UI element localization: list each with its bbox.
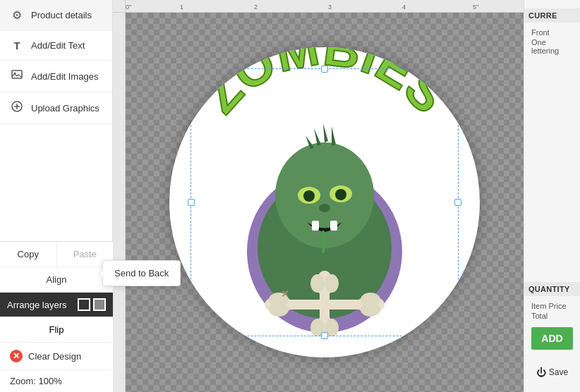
sidebar-item-label: Add/Edit Images bbox=[31, 71, 98, 82]
flip-button[interactable]: Flip bbox=[0, 317, 113, 343]
svg-text:✕: ✕ bbox=[281, 288, 289, 300]
gear-icon: ⚙ bbox=[10, 8, 24, 22]
svg-rect-18 bbox=[312, 221, 319, 231]
sidebar-item-label: Product details bbox=[31, 10, 92, 20]
svg-point-16 bbox=[335, 189, 346, 200]
layer-square-front[interactable] bbox=[93, 298, 106, 311]
ruler-marks: 0" 1 2 3 4 5" bbox=[113, 0, 524, 12]
svg-marker-9 bbox=[314, 128, 321, 146]
svg-point-31 bbox=[325, 274, 339, 293]
arrange-squares bbox=[78, 298, 106, 311]
copy-button[interactable]: Copy bbox=[0, 242, 57, 267]
item-price-label: Item Price bbox=[531, 302, 573, 310]
ruler-mark-0: 0" bbox=[126, 4, 131, 11]
upload-icon bbox=[10, 101, 24, 115]
ruler-top: 0" 1 2 3 4 5" bbox=[113, 0, 524, 13]
canvas-area[interactable]: ↺ 🗑 ZOMBIES bbox=[126, 13, 524, 392]
arrange-layers-button[interactable]: Arrange layers bbox=[0, 293, 113, 317]
svg-point-17 bbox=[319, 204, 330, 212]
zoom-row: Zoom: 100% bbox=[0, 370, 113, 392]
ruler-mark-1: 1 bbox=[180, 4, 183, 11]
align-button[interactable]: Align bbox=[0, 267, 113, 293]
sidebar-item-product-details[interactable]: ⚙ Product details bbox=[0, 0, 112, 31]
sidebar-item-upload-graphics[interactable]: Upload Graphics bbox=[0, 92, 112, 124]
svg-point-32 bbox=[310, 319, 325, 336]
layer-square-back[interactable] bbox=[78, 298, 90, 311]
handle-mid-right[interactable] bbox=[454, 199, 461, 206]
left-sidebar: ⚙ Product details T Add/Edit Text Add/Ed… bbox=[0, 0, 113, 392]
send-to-back-label: Send to Back bbox=[114, 268, 169, 278]
clear-design-label: Clear Design bbox=[28, 351, 81, 362]
total-label: Total bbox=[531, 312, 573, 320]
sidebar-item-label: Upload Graphics bbox=[31, 103, 99, 114]
clear-design-button[interactable]: ✕ Clear Design bbox=[0, 343, 113, 370]
quantity-section: Quantity Item Price Total ADD bbox=[531, 282, 573, 350]
ruler-left bbox=[113, 13, 126, 392]
zombie-character: ✕ bbox=[226, 111, 423, 336]
svg-point-30 bbox=[310, 274, 325, 293]
send-to-back-tooltip[interactable]: Send to Back bbox=[102, 260, 181, 286]
svg-rect-0 bbox=[12, 71, 22, 78]
svg-point-24 bbox=[269, 302, 289, 317]
zombie-content: ↺ 🗑 ZOMBIES bbox=[169, 47, 480, 357]
zoom-label: Zoom: 100% bbox=[10, 376, 62, 386]
svg-point-26 bbox=[361, 302, 380, 317]
design-circle: ↺ 🗑 ZOMBIES bbox=[169, 47, 480, 357]
right-panel: CURRE Front One lettering Quantity Item … bbox=[524, 0, 580, 392]
svg-rect-19 bbox=[330, 221, 337, 231]
arrange-layers-label: Arrange layers bbox=[7, 300, 67, 310]
add-button[interactable]: ADD bbox=[531, 327, 573, 350]
svg-marker-11 bbox=[332, 126, 336, 146]
sidebar-item-add-edit-text[interactable]: T Add/Edit Text bbox=[0, 31, 112, 61]
save-button[interactable]: ⏻ Save bbox=[531, 361, 573, 384]
quantity-label: Quantity bbox=[528, 285, 570, 293]
handle-bottom-right[interactable] bbox=[454, 332, 461, 339]
current-section-header: CURRE bbox=[524, 8, 580, 23]
handle-top-right[interactable] bbox=[454, 66, 461, 73]
clear-icon: ✕ bbox=[10, 350, 23, 362]
handle-bottom-left[interactable] bbox=[188, 332, 195, 339]
copy-paste-row: Copy Paste bbox=[0, 242, 113, 267]
svg-point-15 bbox=[303, 190, 315, 202]
ruler-corner bbox=[113, 0, 126, 13]
save-label: Save bbox=[549, 367, 568, 377]
sidebar-item-label: Add/Edit Text bbox=[31, 40, 85, 51]
bottom-toolbar: Copy Paste Align Arrange layers Flip ✕ C… bbox=[0, 241, 113, 392]
main-canvas-area: 0" 1 2 3 4 5" ↺ bbox=[113, 0, 524, 392]
image-icon bbox=[10, 69, 24, 83]
lettering-value: One lettering bbox=[531, 38, 573, 55]
flip-label: Flip bbox=[49, 324, 64, 335]
sidebar-item-add-edit-images[interactable]: Add/Edit Images bbox=[0, 61, 112, 92]
handle-mid-left[interactable] bbox=[188, 199, 195, 206]
align-label: Align bbox=[47, 274, 67, 285]
quantity-section-header: Quantity bbox=[524, 282, 580, 296]
text-icon: T bbox=[10, 39, 24, 51]
front-value: Front bbox=[531, 28, 573, 37]
ruler-mark-2: 2 bbox=[254, 4, 258, 11]
current-label: CURRE bbox=[528, 11, 557, 20]
delete-handle[interactable]: 🗑 bbox=[447, 52, 461, 66]
svg-point-33 bbox=[325, 319, 339, 336]
current-section: CURRE Front One lettering bbox=[531, 8, 573, 56]
ruler-mark-5: 5" bbox=[473, 4, 478, 11]
ruler-mark-3: 3 bbox=[328, 4, 332, 11]
ruler-mark-4: 4 bbox=[402, 4, 406, 11]
save-icon: ⏻ bbox=[536, 367, 546, 378]
svg-marker-10 bbox=[323, 123, 328, 142]
